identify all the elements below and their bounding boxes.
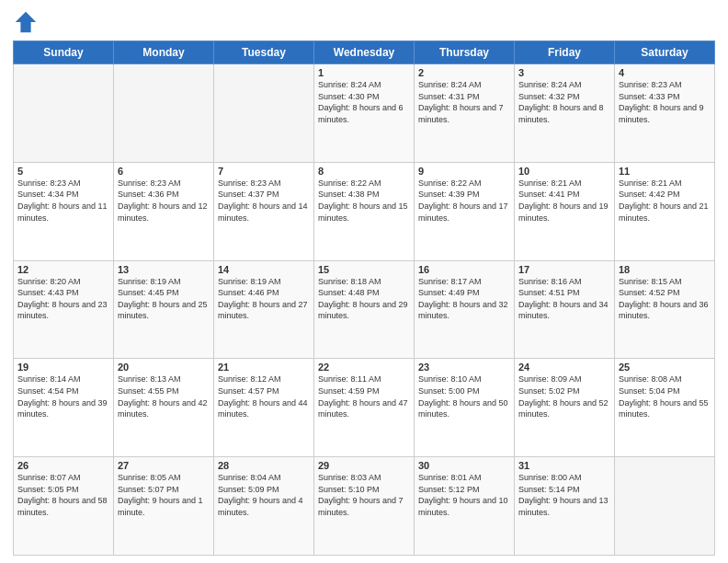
day-cell-23: 23Sunrise: 8:10 AMSunset: 5:00 PMDayligh… (415, 359, 515, 457)
day-cell-15: 15Sunrise: 8:18 AMSunset: 4:48 PMDayligh… (314, 260, 415, 359)
day-number: 7 (218, 166, 310, 177)
day-number: 8 (318, 166, 410, 177)
day-info: Sunrise: 8:09 AMSunset: 5:02 PMDaylight:… (518, 373, 610, 419)
day-number: 28 (218, 460, 310, 471)
day-cell-4: 4Sunrise: 8:23 AMSunset: 4:33 PMDaylight… (615, 64, 715, 163)
day-cell-20: 20Sunrise: 8:13 AMSunset: 4:55 PMDayligh… (114, 359, 214, 457)
weekday-header-wednesday: Wednesday (314, 41, 415, 64)
day-number: 12 (17, 264, 109, 275)
weekday-header-friday: Friday (515, 41, 615, 64)
week-row-2: 5Sunrise: 8:23 AMSunset: 4:34 PMDaylight… (14, 162, 715, 260)
weekday-row: SundayMondayTuesdayWednesdayThursdayFrid… (14, 41, 715, 64)
day-info: Sunrise: 8:23 AMSunset: 4:36 PMDaylight:… (118, 178, 210, 224)
day-number: 15 (318, 264, 410, 275)
day-cell-31: 31Sunrise: 8:00 AMSunset: 5:14 PMDayligh… (515, 457, 615, 556)
day-number: 3 (518, 67, 610, 78)
week-row-1: 1Sunrise: 8:24 AMSunset: 4:30 PMDaylight… (14, 64, 715, 163)
calendar-table: SundayMondayTuesdayWednesdayThursdayFrid… (13, 40, 715, 556)
day-info: Sunrise: 8:24 AMSunset: 4:32 PMDaylight:… (518, 79, 610, 125)
day-cell-17: 17Sunrise: 8:16 AMSunset: 4:51 PMDayligh… (515, 260, 615, 359)
day-cell-27: 27Sunrise: 8:05 AMSunset: 5:07 PMDayligh… (114, 457, 214, 556)
day-info: Sunrise: 8:22 AMSunset: 4:38 PMDaylight:… (318, 178, 410, 224)
week-row-5: 26Sunrise: 8:07 AMSunset: 5:05 PMDayligh… (14, 457, 715, 556)
day-info: Sunrise: 8:11 AMSunset: 4:59 PMDaylight:… (318, 373, 410, 419)
day-cell-7: 7Sunrise: 8:23 AMSunset: 4:37 PMDaylight… (214, 162, 314, 260)
calendar-body: 1Sunrise: 8:24 AMSunset: 4:30 PMDaylight… (14, 64, 715, 556)
day-info: Sunrise: 8:17 AMSunset: 4:49 PMDaylight:… (418, 276, 510, 322)
day-cell-12: 12Sunrise: 8:20 AMSunset: 4:43 PMDayligh… (14, 260, 114, 359)
day-cell-29: 29Sunrise: 8:03 AMSunset: 5:10 PMDayligh… (314, 457, 415, 556)
day-cell-19: 19Sunrise: 8:14 AMSunset: 4:54 PMDayligh… (14, 359, 114, 457)
logo-icon (13, 9, 39, 35)
day-cell-1: 1Sunrise: 8:24 AMSunset: 4:30 PMDaylight… (314, 64, 415, 163)
day-number: 31 (518, 460, 610, 471)
day-info: Sunrise: 8:10 AMSunset: 5:00 PMDaylight:… (418, 373, 510, 419)
day-cell-21: 21Sunrise: 8:12 AMSunset: 4:57 PMDayligh… (214, 359, 314, 457)
day-number: 16 (418, 264, 510, 275)
empty-cell (14, 64, 114, 163)
day-cell-10: 10Sunrise: 8:21 AMSunset: 4:41 PMDayligh… (515, 162, 615, 260)
day-number: 27 (118, 460, 210, 471)
day-info: Sunrise: 8:04 AMSunset: 5:09 PMDaylight:… (218, 472, 310, 518)
weekday-header-tuesday: Tuesday (214, 41, 314, 64)
day-info: Sunrise: 8:21 AMSunset: 4:41 PMDaylight:… (518, 178, 610, 224)
weekday-header-saturday: Saturday (615, 41, 715, 64)
day-info: Sunrise: 8:23 AMSunset: 4:37 PMDaylight:… (218, 178, 310, 224)
day-number: 25 (619, 362, 711, 373)
day-info: Sunrise: 8:15 AMSunset: 4:52 PMDaylight:… (619, 276, 711, 322)
day-info: Sunrise: 8:19 AMSunset: 4:46 PMDaylight:… (218, 276, 310, 322)
week-row-4: 19Sunrise: 8:14 AMSunset: 4:54 PMDayligh… (14, 359, 715, 457)
day-info: Sunrise: 8:19 AMSunset: 4:45 PMDaylight:… (118, 276, 210, 322)
day-cell-26: 26Sunrise: 8:07 AMSunset: 5:05 PMDayligh… (14, 457, 114, 556)
day-number: 23 (418, 362, 510, 373)
day-number: 2 (418, 67, 510, 78)
day-info: Sunrise: 8:23 AMSunset: 4:34 PMDaylight:… (17, 178, 109, 224)
svg-marker-0 (16, 12, 36, 32)
day-cell-2: 2Sunrise: 8:24 AMSunset: 4:31 PMDaylight… (415, 64, 515, 163)
day-number: 22 (318, 362, 410, 373)
day-info: Sunrise: 8:22 AMSunset: 4:39 PMDaylight:… (418, 178, 510, 224)
day-cell-18: 18Sunrise: 8:15 AMSunset: 4:52 PMDayligh… (615, 260, 715, 359)
main-container: SundayMondayTuesdayWednesdayThursdayFrid… (0, 0, 728, 563)
day-cell-13: 13Sunrise: 8:19 AMSunset: 4:45 PMDayligh… (114, 260, 214, 359)
day-info: Sunrise: 8:03 AMSunset: 5:10 PMDaylight:… (318, 472, 410, 518)
day-cell-30: 30Sunrise: 8:01 AMSunset: 5:12 PMDayligh… (415, 457, 515, 556)
day-info: Sunrise: 8:05 AMSunset: 5:07 PMDaylight:… (118, 472, 210, 518)
day-info: Sunrise: 8:21 AMSunset: 4:42 PMDaylight:… (619, 178, 711, 224)
day-info: Sunrise: 8:12 AMSunset: 4:57 PMDaylight:… (218, 373, 310, 419)
day-number: 29 (318, 460, 410, 471)
day-number: 11 (619, 166, 711, 177)
day-info: Sunrise: 8:08 AMSunset: 5:04 PMDaylight:… (619, 373, 711, 419)
day-cell-25: 25Sunrise: 8:08 AMSunset: 5:04 PMDayligh… (615, 359, 715, 457)
weekday-header-sunday: Sunday (14, 41, 114, 64)
empty-cell (615, 457, 715, 556)
day-number: 9 (418, 166, 510, 177)
day-number: 26 (17, 460, 109, 471)
day-cell-14: 14Sunrise: 8:19 AMSunset: 4:46 PMDayligh… (214, 260, 314, 359)
day-cell-16: 16Sunrise: 8:17 AMSunset: 4:49 PMDayligh… (415, 260, 515, 359)
day-number: 10 (518, 166, 610, 177)
day-info: Sunrise: 8:16 AMSunset: 4:51 PMDaylight:… (518, 276, 610, 322)
day-number: 20 (118, 362, 210, 373)
day-cell-9: 9Sunrise: 8:22 AMSunset: 4:39 PMDaylight… (415, 162, 515, 260)
day-info: Sunrise: 8:20 AMSunset: 4:43 PMDaylight:… (17, 276, 109, 322)
day-info: Sunrise: 8:24 AMSunset: 4:30 PMDaylight:… (318, 79, 410, 125)
day-number: 6 (118, 166, 210, 177)
day-cell-5: 5Sunrise: 8:23 AMSunset: 4:34 PMDaylight… (14, 162, 114, 260)
day-cell-22: 22Sunrise: 8:11 AMSunset: 4:59 PMDayligh… (314, 359, 415, 457)
weekday-header-monday: Monday (114, 41, 214, 64)
day-number: 24 (518, 362, 610, 373)
day-number: 17 (518, 264, 610, 275)
day-number: 14 (218, 264, 310, 275)
header (13, 9, 715, 35)
day-number: 19 (17, 362, 109, 373)
day-number: 21 (218, 362, 310, 373)
day-number: 5 (17, 166, 109, 177)
week-row-3: 12Sunrise: 8:20 AMSunset: 4:43 PMDayligh… (14, 260, 715, 359)
day-number: 4 (619, 67, 711, 78)
day-cell-24: 24Sunrise: 8:09 AMSunset: 5:02 PMDayligh… (515, 359, 615, 457)
day-info: Sunrise: 8:07 AMSunset: 5:05 PMDaylight:… (17, 472, 109, 518)
day-info: Sunrise: 8:18 AMSunset: 4:48 PMDaylight:… (318, 276, 410, 322)
day-info: Sunrise: 8:14 AMSunset: 4:54 PMDaylight:… (17, 373, 109, 419)
day-info: Sunrise: 8:23 AMSunset: 4:33 PMDaylight:… (619, 79, 711, 125)
